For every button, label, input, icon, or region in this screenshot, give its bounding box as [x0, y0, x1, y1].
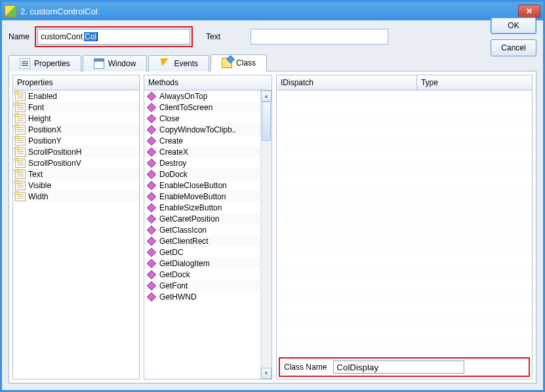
property-label: Enabled: [28, 92, 57, 101]
property-item[interactable]: Enabled: [13, 90, 139, 102]
scroll-down-button[interactable]: ▼: [261, 368, 272, 379]
method-item[interactable]: AlwaysOnTop: [144, 90, 260, 102]
name-input-selection: Col: [84, 32, 97, 41]
tab-label: Window: [108, 59, 136, 68]
name-input-prefix: customCont: [41, 32, 83, 41]
method-icon: [147, 191, 156, 201]
window-title: 2. customControlCol: [20, 7, 518, 16]
lightning-icon: [159, 58, 169, 66]
property-icon: [15, 192, 26, 201]
property-item[interactable]: Font: [13, 102, 139, 113]
methods-scrollbar[interactable]: ▲ ▼: [260, 90, 272, 379]
ok-button[interactable]: OK: [491, 17, 536, 34]
method-label: GetDC: [159, 248, 184, 257]
method-item[interactable]: GetDialogItem: [144, 258, 260, 269]
method-item[interactable]: EnableCloseButton: [144, 180, 260, 191]
method-item[interactable]: EnableSizeButton: [144, 202, 260, 213]
property-icon: [15, 147, 26, 157]
method-icon: [147, 292, 156, 301]
method-label: Close: [159, 114, 180, 123]
properties-panel: Properties EnabledFontHeightPositionXPos…: [12, 75, 140, 380]
properties-header[interactable]: Properties: [13, 75, 139, 90]
method-icon: [147, 158, 156, 167]
method-label: AlwaysOnTop: [159, 92, 207, 101]
property-item[interactable]: PositionY: [13, 135, 139, 146]
property-item[interactable]: ScrollPositionH: [13, 146, 139, 157]
property-item[interactable]: Visible: [13, 180, 139, 191]
titlebar[interactable]: 2. customControlCol ✕: [2, 2, 543, 20]
properties-list[interactable]: EnabledFontHeightPositionXPositionYScrol…: [13, 90, 139, 379]
scroll-track[interactable]: [261, 102, 272, 368]
method-label: DoDock: [159, 170, 188, 179]
method-icon: [147, 180, 156, 189]
classname-input[interactable]: [333, 361, 464, 374]
property-icon: [15, 125, 26, 134]
property-item[interactable]: PositionX: [13, 124, 139, 135]
method-icon: [147, 281, 156, 290]
text-input[interactable]: [251, 29, 388, 45]
method-item[interactable]: GetCaretPosition: [144, 213, 260, 224]
method-item[interactable]: Close: [144, 113, 260, 124]
tab-events[interactable]: Events: [148, 55, 209, 71]
method-item[interactable]: GetFont: [144, 280, 260, 291]
tabstrip: Properties Window Events Class: [9, 53, 536, 71]
tab-label: Properties: [34, 59, 70, 68]
top-row: Name customCont Col Text OK Cancel: [9, 26, 536, 48]
method-label: CreateX: [159, 147, 188, 157]
method-icon: [147, 91, 156, 100]
method-item[interactable]: GetDC: [144, 246, 260, 258]
panel-area: Properties EnabledFontHeightPositionXPos…: [9, 71, 536, 383]
cancel-button-label: Cancel: [501, 43, 525, 52]
name-input[interactable]: customCont Col: [37, 29, 190, 45]
classname-label: Class Name: [284, 363, 327, 372]
method-item[interactable]: GetClientRect: [144, 235, 260, 246]
method-item[interactable]: CopyWindowToClipb..: [144, 124, 260, 135]
method-item[interactable]: GetClassIcon: [144, 224, 260, 235]
property-item[interactable]: Width: [13, 191, 139, 202]
method-item[interactable]: EnableMoveButton: [144, 191, 260, 202]
tab-class[interactable]: Class: [211, 54, 267, 71]
property-item[interactable]: ScrollPositionV: [13, 157, 139, 168]
method-item[interactable]: CreateX: [144, 146, 260, 157]
method-item[interactable]: Create: [144, 135, 260, 146]
idispatch-header[interactable]: IDispatch: [277, 75, 417, 90]
property-icon: [15, 114, 26, 123]
methods-header[interactable]: Methods: [144, 75, 272, 90]
method-icon: [147, 258, 156, 267]
method-label: ClientToScreen: [159, 103, 212, 112]
tab-properties[interactable]: Properties: [9, 55, 81, 71]
scroll-up-button[interactable]: ▲: [261, 90, 272, 102]
name-label: Name: [9, 32, 30, 41]
method-icon: [147, 236, 156, 245]
method-icon: [147, 203, 156, 212]
name-input-highlight: customCont Col: [35, 26, 193, 47]
tab-label: Events: [174, 59, 198, 68]
classname-highlight: Class Name: [279, 357, 530, 377]
property-label: ScrollPositionV: [28, 159, 81, 168]
method-label: GetDialogItem: [159, 259, 210, 268]
property-label: PositionX: [28, 125, 62, 134]
method-label: EnableMoveButton: [159, 192, 226, 201]
method-icon: [147, 113, 156, 123]
method-item[interactable]: Destroy: [144, 157, 260, 168]
window-icon: [94, 58, 104, 69]
scroll-thumb[interactable]: [262, 102, 271, 141]
methods-list[interactable]: AlwaysOnTopClientToScreenCloseCopyWindow…: [144, 90, 272, 379]
method-item[interactable]: ClientToScreen: [144, 102, 260, 113]
method-icon: [147, 247, 156, 256]
method-item[interactable]: GetDock: [144, 269, 260, 280]
method-icon: [147, 269, 156, 279]
interface-panel: IDispatch Type Class Name: [276, 75, 533, 380]
method-item[interactable]: DoDock: [144, 168, 260, 180]
close-button[interactable]: ✕: [518, 5, 540, 18]
tab-window[interactable]: Window: [83, 55, 148, 71]
property-item[interactable]: Text: [13, 168, 139, 180]
property-label: ScrollPositionH: [28, 147, 81, 157]
type-header[interactable]: Type: [417, 75, 532, 90]
method-label: GetHWND: [159, 292, 197, 302]
interface-grid[interactable]: [277, 90, 532, 355]
methods-panel: Methods AlwaysOnTopClientToScreenCloseCo…: [144, 75, 272, 380]
method-item[interactable]: GetHWND: [144, 291, 260, 302]
property-item[interactable]: Height: [13, 113, 139, 124]
property-icon: [15, 136, 26, 146]
